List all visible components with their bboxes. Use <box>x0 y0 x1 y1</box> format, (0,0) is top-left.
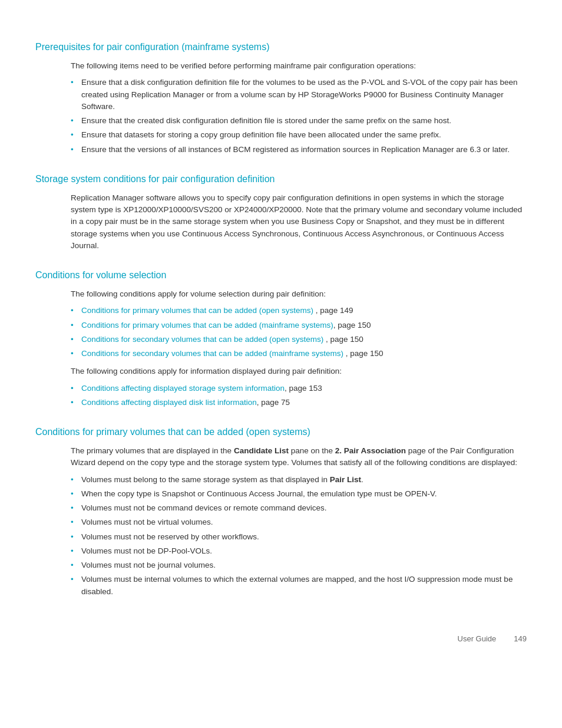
link-suffix: , page 75 <box>257 398 290 407</box>
intro-bold-candidate: Candidate List <box>234 446 289 455</box>
link-suffix: , page 149 <box>313 306 353 315</box>
link-display-disk[interactable]: Conditions affecting displayed disk list… <box>81 398 257 407</box>
list-item: Ensure that datasets for storing a copy … <box>71 129 527 141</box>
footer-label: User Guide <box>458 633 497 645</box>
section-prerequisites-intro: The following items need to be verified … <box>71 60 527 72</box>
link-display-storage[interactable]: Conditions affecting displayed storage s… <box>81 384 285 393</box>
list-item: Conditions affecting displayed disk list… <box>71 397 527 409</box>
list-item: Ensure that a disk configuration definit… <box>71 77 527 113</box>
link-secondary-mainframe[interactable]: Conditions for secondary volumes that ca… <box>81 349 343 358</box>
list-item: Conditions for secondary volumes that ca… <box>71 334 527 345</box>
list-item: Conditions for primary volumes that can … <box>71 319 527 331</box>
link-secondary-open[interactable]: Conditions for secondary volumes that ca… <box>81 335 323 344</box>
list-item: Ensure that the versions of all instance… <box>71 144 527 156</box>
intro-bold-pair: 2. Pair Association <box>335 446 406 455</box>
list-item: Volumes must not be journal volumes. <box>71 559 527 571</box>
bullet-bold: Pair List <box>330 475 361 484</box>
section-primary-open-content: The primary volumes that are displayed i… <box>71 445 527 598</box>
section-prerequisites: Prerequisites for pair configuration (ma… <box>35 40 527 156</box>
section-storage-conditions-intro: Replication Manager software allows you … <box>71 192 527 252</box>
section-volume-selection-links1: Conditions for primary volumes that can … <box>71 305 527 360</box>
link-suffix: , page 150 <box>333 321 371 330</box>
section-volume-selection-heading: Conditions for volume selection <box>35 268 527 282</box>
list-item: Volumes must be internal volumes to whic… <box>71 574 527 598</box>
bullet-text: Volumes must belong to the same storage … <box>81 475 330 484</box>
section-volume-selection-content: The following conditions apply for volum… <box>71 288 527 409</box>
list-item: When the copy type is Snapshot or Contin… <box>71 488 527 500</box>
page-content: Prerequisites for pair configuration (ma… <box>35 40 527 644</box>
section-storage-conditions-heading: Storage system conditions for pair confi… <box>35 172 527 186</box>
link-suffix: , page 150 <box>323 335 363 344</box>
intro-part-1: The primary volumes that are displayed i… <box>71 446 234 455</box>
section-prerequisites-content: The following items need to be verified … <box>71 60 527 156</box>
section-volume-selection: Conditions for volume selection The foll… <box>35 268 527 409</box>
section-primary-open-intro: The primary volumes that are displayed i… <box>71 445 527 469</box>
section-prerequisites-heading: Prerequisites for pair configuration (ma… <box>35 40 527 54</box>
section-primary-open: Conditions for primary volumes that can … <box>35 425 527 598</box>
list-item: Volumes must belong to the same storage … <box>71 474 527 486</box>
list-item: Conditions for primary volumes that can … <box>71 305 527 317</box>
section-storage-conditions-content: Replication Manager software allows you … <box>71 192 527 252</box>
list-item: Conditions for secondary volumes that ca… <box>71 348 527 360</box>
link-suffix: , page 153 <box>285 384 322 393</box>
section-volume-selection-intro2: The following conditions apply for infor… <box>71 365 527 377</box>
list-item: Volumes must not be reserved by other wo… <box>71 531 527 543</box>
bullet-suffix: . <box>361 475 363 484</box>
list-item: Volumes must not be DP-Pool-VOLs. <box>71 545 527 557</box>
section-prerequisites-bullets: Ensure that a disk configuration definit… <box>71 77 527 156</box>
list-item: Volumes must not be command devices or r… <box>71 502 527 514</box>
section-primary-open-heading: Conditions for primary volumes that can … <box>35 425 527 439</box>
link-primary-mainframe[interactable]: Conditions for primary volumes that can … <box>81 321 333 330</box>
link-primary-open[interactable]: Conditions for primary volumes that can … <box>81 306 313 315</box>
list-item: Conditions affecting displayed storage s… <box>71 383 527 394</box>
section-volume-selection-intro: The following conditions apply for volum… <box>71 288 527 300</box>
page-footer: User Guide 149 <box>35 633 527 645</box>
list-item: Volumes must not be virtual volumes. <box>71 516 527 528</box>
intro-part-2: pane on the <box>289 446 335 455</box>
link-suffix: , page 150 <box>343 349 384 358</box>
list-item: Ensure that the created disk configurati… <box>71 115 527 127</box>
footer-page-number: 149 <box>514 633 527 645</box>
section-storage-conditions: Storage system conditions for pair confi… <box>35 172 527 252</box>
section-primary-open-bullets: Volumes must belong to the same storage … <box>71 474 527 598</box>
section-volume-selection-links2: Conditions affecting displayed storage s… <box>71 383 527 409</box>
